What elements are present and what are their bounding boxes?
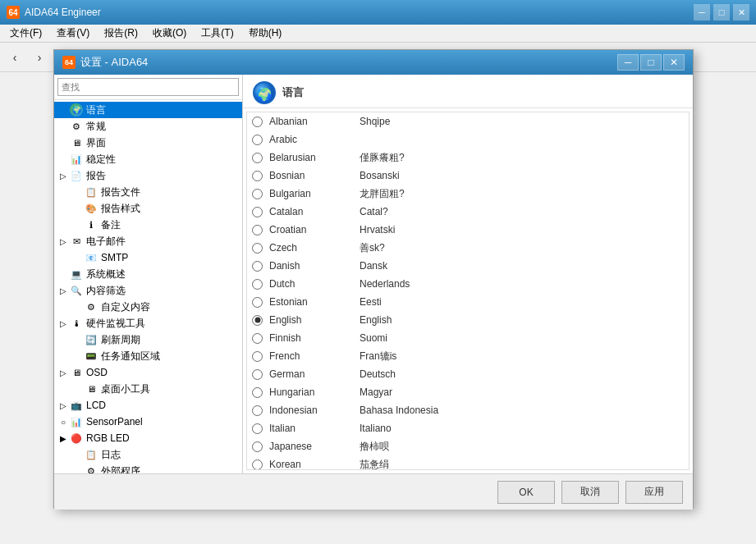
lang-row-finnish[interactable]: Finnish Suomi [247, 329, 689, 347]
lang-name-belarusian: Belarusian [269, 152, 360, 163]
lang-row-english[interactable]: English English [247, 311, 689, 329]
tree-item-ui[interactable]: 🖥 界面 [54, 135, 242, 151]
lang-name-indonesian: Indonesian [269, 405, 360, 416]
lang-native-hungarian: Magyar [360, 386, 392, 398]
modal-minimize-button[interactable]: ─ [617, 54, 639, 71]
lang-row-bulgarian[interactable]: Bulgarian 龙胖固粗? [247, 185, 689, 203]
radio-czech[interactable] [252, 243, 263, 254]
refresh-icon: 🔄 [84, 332, 99, 347]
expand-icon: ▷ [57, 171, 69, 181]
modal-close-button[interactable]: ✕ [663, 54, 685, 71]
lang-row-estonian[interactable]: Estonian Eesti [247, 293, 689, 311]
tree-item-custom[interactable]: ⚙ 自定义内容 [54, 299, 242, 315]
tree-item-report-file[interactable]: 📋 报告文件 [54, 184, 242, 200]
menu-favorites[interactable]: 收藏(O) [146, 25, 193, 42]
menu-view[interactable]: 查看(V) [50, 25, 96, 42]
maximize-button[interactable]: □ [713, 4, 730, 21]
tree-label-desktop: 桌面小工具 [101, 382, 150, 396]
ok-button[interactable]: OK [497, 481, 555, 504]
lang-native-indonesian: Bahasa Indonesia [360, 405, 438, 416]
tree-item-smtp[interactable]: 📧 SMTP [54, 249, 242, 266]
tree-label-refresh: 刷新周期 [101, 333, 140, 347]
lang-row-bosnian[interactable]: Bosnian Bosanski [247, 167, 689, 185]
radio-french[interactable] [252, 351, 263, 362]
radio-albanian[interactable] [252, 117, 263, 127]
tree-item-refresh[interactable]: 🔄 刷新周期 [54, 331, 242, 348]
tree-item-notes[interactable]: ℹ 备注 [54, 217, 242, 233]
tree-item-hwmonitor[interactable]: ▷ 🌡 硬件监视工具 [54, 315, 242, 331]
lang-row-arabic[interactable]: Arabic [247, 130, 689, 149]
search-input[interactable] [57, 78, 239, 96]
cancel-button[interactable]: 取消 [561, 481, 619, 504]
radio-korean[interactable] [252, 459, 263, 470]
lang-row-indonesian[interactable]: Indonesian Bahasa Indonesia [247, 401, 689, 419]
radio-japanese[interactable] [252, 441, 263, 452]
radio-english[interactable] [252, 315, 263, 326]
menu-file[interactable]: 文件(F) [3, 25, 48, 42]
lang-row-italian[interactable]: Italian Italiano [247, 419, 689, 437]
radio-indonesian[interactable] [252, 405, 263, 416]
tree-item-report[interactable]: ▷ 📄 报告 [54, 167, 242, 184]
tree-item-log[interactable]: 📋 日志 [54, 446, 242, 463]
tree-item-language[interactable]: 🌍 语言 [54, 102, 242, 118]
menu-help[interactable]: 帮助(H) [242, 25, 289, 42]
tree-item-report-style[interactable]: 🎨 报告样式 [54, 200, 242, 217]
tree-label-rgb: RGB LED [86, 432, 130, 444]
radio-dutch[interactable] [252, 279, 263, 290]
lang-row-croatian[interactable]: Croatian Hrvatski [247, 221, 689, 239]
radio-catalan[interactable] [252, 207, 263, 217]
radio-bulgarian[interactable] [252, 189, 263, 199]
tree-item-email[interactable]: ▷ ✉ 电子邮件 [54, 233, 242, 249]
radio-estonian[interactable] [252, 297, 263, 308]
lang-row-belarusian[interactable]: Belarusian 僅豚癢粗? [247, 149, 689, 167]
tree-item-taskbar[interactable]: 📟 任务通知区域 [54, 348, 242, 364]
tree-item-desktop[interactable]: 🖥 桌面小工具 [54, 381, 242, 397]
radio-belarusian[interactable] [252, 153, 263, 163]
radio-finnish[interactable] [252, 333, 263, 344]
tree-item-general[interactable]: ⚙ 常规 [54, 118, 242, 135]
taskbar-icon: 📟 [84, 349, 99, 363]
tree-item-osd[interactable]: ▷ 🖥 OSD [54, 364, 242, 381]
lang-row-japanese[interactable]: Japanese 撸柿呗 [247, 437, 689, 455]
lang-native-japanese: 撸柿呗 [360, 440, 389, 454]
apply-button[interactable]: 应用 [625, 481, 683, 504]
lang-row-czech[interactable]: Czech 善sk? [247, 239, 689, 257]
radio-hungarian[interactable] [252, 387, 263, 398]
radio-croatian[interactable] [252, 225, 263, 235]
lang-name-korean: Korean [269, 459, 360, 470]
minimize-button[interactable]: ─ [694, 4, 710, 21]
lang-row-french[interactable]: French Fran辘is [247, 347, 689, 365]
tree-item-filter[interactable]: ▷ 🔍 内容筛选 [54, 282, 242, 299]
expand-icon: ○ [57, 418, 69, 427]
lang-native-english: English [360, 314, 392, 326]
tree-label-language: 语言 [86, 103, 106, 117]
close-button[interactable]: ✕ [733, 4, 749, 21]
tree-item-lcd[interactable]: ▷ 📺 LCD [54, 397, 242, 414]
tree-label-email: 电子邮件 [86, 235, 126, 249]
tree-label-sysoverview: 系统概述 [86, 267, 126, 281]
radio-italian[interactable] [252, 423, 263, 434]
report-icon: 📄 [69, 168, 84, 183]
lang-row-danish[interactable]: Danish Dansk [247, 257, 689, 275]
tree-item-stability[interactable]: 📊 稳定性 [54, 151, 242, 167]
lang-row-korean[interactable]: Korean 茄惫绢 [247, 455, 689, 470]
menu-tools[interactable]: 工具(T) [195, 25, 240, 42]
modal-maximize-button[interactable]: □ [640, 54, 662, 71]
lang-row-german[interactable]: German Deutsch [247, 365, 689, 383]
radio-arabic[interactable] [252, 135, 263, 145]
tree-item-sensorpanel[interactable]: ○ 📊 SensorPanel [54, 414, 242, 430]
lang-row-hungarian[interactable]: Hungarian Magyar [247, 383, 689, 401]
forward-button[interactable]: › [28, 46, 51, 69]
radio-bosnian[interactable] [252, 171, 263, 181]
lang-row-albanian[interactable]: Albanian Shqipe [247, 112, 689, 130]
lang-row-dutch[interactable]: Dutch Nederlands [247, 275, 689, 293]
tree-item-extprog[interactable]: ⚙ 外部程序 [54, 463, 242, 473]
stability-icon: 📊 [69, 152, 84, 167]
radio-danish[interactable] [252, 261, 263, 272]
back-button[interactable]: ‹ [3, 46, 26, 69]
menu-report[interactable]: 报告(R) [98, 25, 144, 42]
lang-row-catalan[interactable]: Catalan Catal? [247, 203, 689, 221]
tree-item-sysoverview[interactable]: 💻 系统概述 [54, 266, 242, 282]
radio-german[interactable] [252, 369, 263, 380]
tree-item-rgb[interactable]: ▶ 🔴 RGB LED [54, 430, 242, 446]
